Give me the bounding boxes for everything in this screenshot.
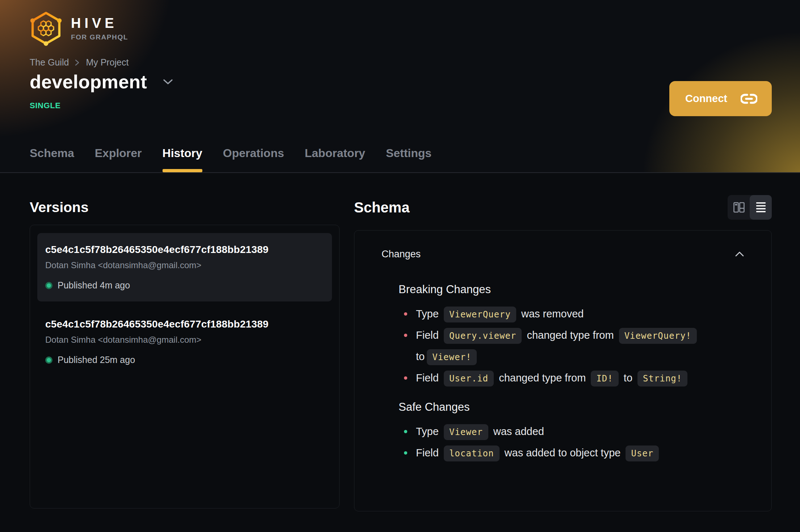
change-code: User.id [444,371,494,387]
tab-history[interactable]: History [163,147,202,172]
change-code: ID! [591,371,618,387]
safe-changes-title: Safe Changes [399,401,744,414]
chevron-down-icon [163,79,173,85]
change-code: ViewerQuery [444,307,516,322]
changes-label: Changes [382,249,421,260]
target-selector-button[interactable] [163,79,173,85]
target-title-row: development [30,71,173,93]
tab-bar: Schema Explorer History Operations Labor… [30,147,431,172]
breadcrumb-org-link[interactable]: The Guild [30,57,69,68]
change-code: String! [637,371,687,387]
logo-subtitle: FOR GRAPHQL [71,33,128,41]
chevron-up-icon [735,251,744,257]
page-title: development [30,71,147,93]
change-text: Field [416,372,439,384]
list-lines-icon [755,202,767,213]
version-author: Dotan Simha <dotansimha@gmail.com> [45,335,324,345]
target-mode-badge: SINGLE [30,101,61,110]
version-item-selected[interactable]: c5e4c1c5f78b26465350e4ecf677cf188bb21389… [37,233,332,301]
change-text: was added [493,426,544,437]
hive-app: HIVE FOR GRAPHQL The Guild My Project de… [0,0,800,532]
version-hash: c5e4c1c5f78b26465350e4ecf677cf188bb21389 [45,244,324,256]
view-toggle [728,195,772,220]
change-code: location [444,446,500,461]
app-header: HIVE FOR GRAPHQL The Guild My Project de… [0,0,800,173]
change-text: Field [416,329,439,341]
change-text: to [624,372,632,384]
logo-title: HIVE [71,16,128,30]
tab-explorer[interactable]: Explorer [95,147,142,172]
schema-heading: Schema [354,199,409,216]
list-view-button[interactable] [750,195,772,220]
change-text: Field [416,447,439,459]
change-text: changed type from [527,329,614,341]
change-item: Field User.id changed type from ID! to S… [399,368,719,389]
breadcrumb: The Guild My Project [30,57,129,68]
tab-schema[interactable]: Schema [30,147,74,172]
breaking-changes-section: Breaking Changes Type ViewerQuery was re… [399,283,744,389]
breadcrumb-project-link[interactable]: My Project [86,57,129,68]
tab-settings[interactable]: Settings [386,147,431,172]
tab-operations[interactable]: Operations [223,147,284,172]
connect-button[interactable]: Connect [669,81,772,116]
version-hash: c5e4c1c5f78b26465350e4ecf677cf188bb21389 [45,318,324,330]
versions-heading: Versions [30,195,340,220]
change-item: Type Viewer was added [399,421,719,443]
version-item[interactable]: c5e4c1c5f78b26465350e4ecf677cf188bb21389… [37,308,332,376]
change-code: Viewer! [427,349,477,365]
change-code: ViewerQuery! [619,328,697,344]
link-icon [741,93,757,105]
change-text: Type [416,308,439,320]
version-author: Dotan Simha <dotansimha@gmail.com> [45,260,324,270]
columns-icon [733,201,745,214]
change-code: Query.viewer [444,328,522,344]
breadcrumb-chevron-icon [75,59,80,66]
breaking-changes-title: Breaking Changes [399,283,744,296]
version-status: Published 25m ago [58,355,135,365]
change-code: Viewer [444,424,488,440]
change-text: Type [416,426,439,437]
connect-label: Connect [685,93,727,105]
versions-list: c5e4c1c5f78b26465350e4ecf677cf188bb21389… [30,225,340,508]
change-code: User [626,446,659,461]
change-item: Field location was added to object type … [399,443,719,464]
change-text: was added to object type [505,447,621,459]
hive-logo[interactable]: HIVE FOR GRAPHQL [30,11,128,46]
change-item: Field Query.viewer changed type from Vie… [399,325,719,368]
diff-view-button[interactable] [728,195,750,220]
change-text: was removed [521,308,584,320]
main-content: Versions c5e4c1c5f78b26465350e4ecf677cf1… [0,173,800,511]
change-text: changed type from [499,372,586,384]
tab-laboratory[interactable]: Laboratory [305,147,365,172]
safe-changes-section: Safe Changes Type Viewer was added Field… [399,401,744,464]
version-status: Published 4m ago [58,280,130,291]
change-item: Type ViewerQuery was removed [399,304,719,325]
changes-panel: Changes Breaking Changes Type ViewerQuer… [354,230,772,511]
published-dot [45,356,52,364]
versions-section: Versions c5e4c1c5f78b26465350e4ecf677cf1… [30,195,340,511]
collapse-changes-button[interactable] [735,251,744,258]
published-dot [45,282,52,289]
schema-section: Schema [354,195,772,511]
change-text: to [416,351,425,362]
hive-hexagon-icon [30,11,62,46]
